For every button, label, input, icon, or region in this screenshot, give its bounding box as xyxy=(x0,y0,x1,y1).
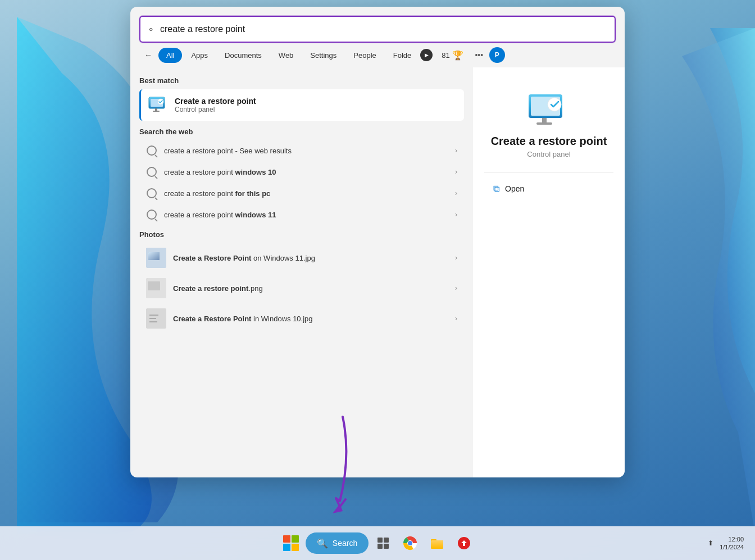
photo-thumbnail-3 xyxy=(146,308,166,329)
search-left-panel: Best match xyxy=(130,67,473,477)
best-match-icon xyxy=(148,95,168,115)
best-match-text: Create a restore point Control panel xyxy=(175,97,256,113)
web-search-item-2[interactable]: create a restore point windows 10 › xyxy=(139,162,464,182)
tab-people[interactable]: People xyxy=(345,48,384,63)
task-view-icon xyxy=(377,537,389,549)
chevron-right-icon-2: › xyxy=(455,168,457,176)
taskbar: 🔍 Search xyxy=(0,526,755,560)
tab-web[interactable]: Web xyxy=(271,48,302,63)
tab-back-button[interactable]: ← xyxy=(139,46,157,64)
svg-rect-21 xyxy=(384,538,389,543)
search-box-container: ⚬ xyxy=(130,7,625,43)
photo-item-2[interactable]: Create a restore point.png › xyxy=(139,274,464,303)
search-input-wrapper: ⚬ xyxy=(139,16,616,43)
task-view-button[interactable] xyxy=(371,531,395,556)
photo-item-1[interactable]: Create a Restore Point on Windows 11.jpg… xyxy=(139,243,464,272)
search-popup: ⚬ ← All Apps Documents Web Settings Peop… xyxy=(130,7,625,477)
svg-rect-20 xyxy=(377,538,383,543)
svg-rect-29 xyxy=(431,540,443,549)
web-search-icon-4 xyxy=(146,209,157,220)
windows-icon xyxy=(283,535,299,551)
tab-folders[interactable]: Folde xyxy=(385,48,420,63)
web-search-item-3[interactable]: create a restore point for this pc › xyxy=(139,183,464,203)
web-search-title: Search the web xyxy=(139,128,464,136)
web-search-item-4[interactable]: create a restore point windows 11 › xyxy=(139,204,464,225)
svg-rect-19 xyxy=(536,122,552,125)
search-icon: ⚬ xyxy=(147,24,154,35)
photo-item-3[interactable]: Create a Restore Point in Windows 10.jpg… xyxy=(139,304,464,333)
svg-rect-18 xyxy=(542,118,547,122)
svg-point-17 xyxy=(548,98,561,111)
taskbar-search-label: Search xyxy=(333,539,357,548)
web-search-item-1[interactable]: create a restore point - See web results… xyxy=(139,140,464,161)
search-input[interactable] xyxy=(160,24,608,34)
app-button[interactable] xyxy=(452,531,476,556)
taskbar-search-button[interactable]: 🔍 Search xyxy=(306,532,369,554)
right-panel-title: Create a restore point xyxy=(491,135,607,148)
right-icon-area: Create a restore point Control panel ⧉ O… xyxy=(473,67,625,207)
clock: 12:00 1/1/2024 xyxy=(720,535,744,552)
svg-rect-22 xyxy=(377,544,383,549)
best-match-title: Best match xyxy=(139,76,464,85)
open-action[interactable]: ⧉ Open xyxy=(484,179,613,198)
start-button[interactable] xyxy=(279,531,303,556)
photo-thumbnail-1 xyxy=(146,248,166,268)
points-badge: 81 🏆 xyxy=(436,48,469,63)
tab-documents[interactable]: Documents xyxy=(217,48,270,63)
more-categories-button[interactable]: ▶ xyxy=(420,49,433,61)
svg-point-26 xyxy=(408,541,412,545)
file-explorer-button[interactable] xyxy=(425,531,449,556)
chevron-right-icon-p2: › xyxy=(455,284,457,292)
trophy-icon: 🏆 xyxy=(452,50,463,61)
right-panel-subtitle: Control panel xyxy=(527,150,570,158)
svg-rect-23 xyxy=(384,544,389,549)
chevron-right-icon-p1: › xyxy=(455,254,457,262)
search-right-panel: Create a restore point Control panel ⧉ O… xyxy=(473,67,625,477)
taskbar-items: 🔍 Search xyxy=(279,531,476,556)
open-icon: ⧉ xyxy=(493,184,499,194)
search-tabs: ← All Apps Documents Web Settings People… xyxy=(130,43,625,64)
tab-all[interactable]: All xyxy=(158,48,182,63)
chevron-right-icon-4: › xyxy=(455,211,457,218)
tray-icon: ⬆ xyxy=(705,538,716,549)
svg-rect-4 xyxy=(153,111,160,112)
chevron-right-icon: › xyxy=(455,147,457,154)
chrome-icon xyxy=(402,535,418,551)
svg-rect-8 xyxy=(148,252,160,260)
photos-title: Photos xyxy=(139,230,464,239)
svg-rect-10 xyxy=(148,281,160,290)
search-content: Best match xyxy=(130,67,625,477)
tab-apps[interactable]: Apps xyxy=(183,48,216,63)
file-explorer-icon xyxy=(430,536,444,550)
web-search-icon-2 xyxy=(146,166,157,177)
profile-button[interactable]: P xyxy=(489,47,505,63)
more-options-button[interactable]: ••• xyxy=(470,46,488,64)
app-icon-large xyxy=(526,90,571,135)
chevron-right-icon-3: › xyxy=(455,189,457,197)
tab-settings[interactable]: Settings xyxy=(302,48,344,63)
taskbar-right: ⬆ 12:00 1/1/2024 xyxy=(705,535,744,552)
chevron-right-icon-p3: › xyxy=(455,315,457,322)
right-divider xyxy=(484,172,613,172)
app-icon xyxy=(457,536,471,550)
web-search-icon-3 xyxy=(146,188,157,199)
photo-thumbnail-2 xyxy=(146,278,166,298)
svg-rect-3 xyxy=(155,108,157,111)
best-match-item[interactable]: Create a restore point Control panel xyxy=(139,89,464,121)
open-label: Open xyxy=(505,184,524,193)
web-search-icon xyxy=(146,145,157,156)
chrome-button[interactable] xyxy=(398,531,422,556)
taskbar-search-icon: 🔍 xyxy=(317,538,328,549)
